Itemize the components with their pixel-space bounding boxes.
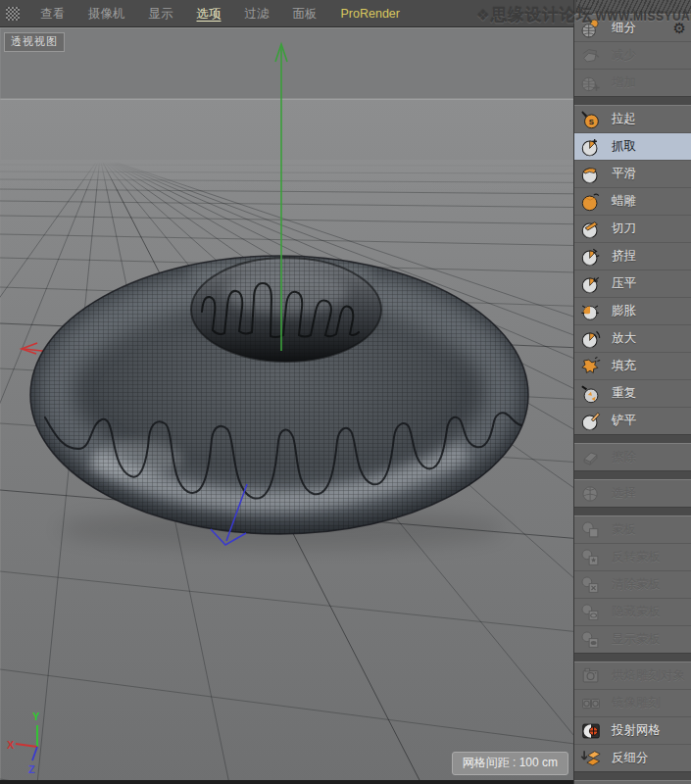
tool-label: 放大	[612, 330, 636, 347]
increase-icon	[579, 72, 603, 95]
svg-text:S: S	[589, 117, 594, 125]
horizon-line	[0, 99, 573, 101]
watermark: ❖ 思缘设计论坛 www.missyuan.com	[476, 5, 691, 26]
viewport-canvas[interactable]: Y X Z	[0, 0, 573, 784]
tool-label: 平滑	[612, 166, 636, 182]
menu-options[interactable]: 选项	[185, 0, 233, 27]
decrease-icon	[579, 44, 603, 68]
tool-knife[interactable]: 切刀	[574, 215, 691, 242]
tool-fill[interactable]: 填充	[574, 352, 691, 379]
tool-project-mesh[interactable]: 投射网格	[574, 716, 691, 744]
tool-group-erase: 擦除	[574, 443, 691, 471]
pull-icon: S	[579, 108, 603, 131]
bake-icon	[579, 664, 603, 688]
tool-unsubdivide[interactable]: 反细分	[574, 744, 691, 771]
tool-pinch[interactable]: 挤捏	[574, 242, 691, 270]
viewport-sky	[0, 27, 573, 100]
menu-grip-handle[interactable]	[6, 7, 20, 21]
axis-label-z: Z	[28, 763, 35, 775]
fill-icon	[579, 355, 603, 378]
hide-mask-icon	[579, 601, 603, 624]
tool-smooth[interactable]: 平滑	[574, 160, 691, 187]
tool-label: 镜像雕刻	[612, 695, 661, 711]
mirror-icon	[579, 692, 603, 715]
tool-label: 蜡雕	[612, 193, 636, 210]
invert-mask-icon	[579, 546, 603, 569]
flatten-icon	[579, 272, 603, 296]
wax-icon	[579, 190, 603, 214]
tool-label: 切刀	[612, 220, 636, 237]
tool-decrease: 减少	[574, 41, 691, 69]
tool-amplify[interactable]: 放大	[574, 324, 691, 352]
tool-repeat[interactable]: 重复	[574, 379, 691, 407]
tool-label: 蒙板	[612, 521, 636, 538]
viewport-column: Y X Z 查看 摄像机 显示 选项 过滤 面板 ProRender 透视视图 …	[0, 0, 573, 784]
tool-increase: 增加	[574, 69, 691, 96]
tool-hide-mask: 隐藏蒙板	[574, 598, 691, 625]
smooth-icon	[579, 163, 603, 186]
grab-icon	[579, 135, 603, 159]
cinema4d-sculpt-window: Y X Z 查看 摄像机 显示 选项 过滤 面板 ProRender 透视视图 …	[0, 0, 691, 784]
knife-icon	[579, 218, 603, 241]
tool-show-mask: 显示蒙板	[574, 625, 691, 653]
tool-group-select: 选择	[574, 479, 691, 508]
tool-bake: 烘焙雕刻对象	[574, 662, 691, 689]
select-icon	[579, 482, 603, 506]
menu-view[interactable]: 查看	[28, 0, 76, 27]
tool-group-utilities: 烘焙雕刻对象镜像雕刻投射网格反细分	[574, 662, 691, 772]
tool-label: 擦除	[612, 449, 636, 466]
inflate-icon	[579, 300, 603, 323]
watermark-site-url: www.missyuan.com	[595, 10, 691, 24]
tool-label: 投射网格	[612, 722, 661, 739]
grid-spacing-readout: 网格间距 : 100 cm	[452, 752, 568, 775]
menu-prorender[interactable]: ProRender	[329, 0, 412, 27]
tool-label: 抓取	[612, 138, 636, 155]
tool-label: 填充	[612, 358, 636, 374]
tool-group-clipped-bottom	[574, 780, 691, 784]
project-mesh-icon	[579, 719, 603, 743]
show-mask-icon	[579, 628, 603, 652]
tool-label: 膨胀	[612, 303, 636, 319]
axis-label-x: X	[7, 739, 15, 751]
tool-select: 选择	[574, 480, 691, 507]
tool-pull[interactable]: S拉起	[574, 106, 691, 132]
tool-label: 显示蒙板	[612, 631, 661, 648]
tool-flatten[interactable]: 压平	[574, 270, 691, 297]
tool-scrape[interactable]: 铲平	[574, 407, 691, 434]
tool-label: 选择	[612, 485, 636, 502]
tool-mask: 蒙板	[574, 516, 691, 543]
mask-icon	[579, 518, 603, 542]
tool-inflate[interactable]: 膨胀	[574, 297, 691, 324]
tool-invert-mask: 反转蒙板	[574, 543, 691, 570]
tool-label: 铲平	[612, 413, 636, 429]
watermark-logo-icon: ❖	[476, 7, 489, 24]
tool-label: 隐藏蒙板	[612, 604, 661, 620]
tool-label: 清除蒙板	[612, 576, 661, 593]
unsubdivide-icon	[579, 747, 603, 770]
erase-icon	[579, 446, 603, 469]
repeat-icon	[579, 382, 603, 406]
tool-mirror: 镜像雕刻	[574, 689, 691, 716]
amplify-icon	[579, 327, 603, 351]
donut-model[interactable]	[30, 255, 530, 536]
axis-label-y: Y	[32, 710, 40, 722]
tool-label: 烘焙雕刻对象	[612, 667, 685, 684]
menu-panel[interactable]: 面板	[281, 0, 329, 27]
tool-label: 增加	[612, 74, 636, 91]
tool-wax[interactable]: 蜡雕	[574, 187, 691, 215]
pinch-icon	[579, 245, 603, 269]
menu-display[interactable]: 显示	[137, 0, 185, 27]
tool-label: 反细分	[612, 750, 649, 766]
tool-erase: 擦除	[574, 444, 691, 470]
tool-group-mask: 蒙板反转蒙板清除蒙板隐藏蒙板显示蒙板	[574, 515, 691, 654]
menu-filter[interactable]: 过滤	[233, 0, 281, 27]
tool-label: 重复	[612, 385, 636, 402]
tool-label: 拉起	[612, 111, 636, 127]
menu-camera[interactable]: 摄像机	[76, 0, 137, 27]
view-name-label[interactable]: 透视视图	[4, 32, 65, 52]
tool-grab[interactable]: 抓取	[574, 132, 691, 160]
clear-mask-icon	[579, 573, 603, 597]
watermark-site-name: 思缘设计论坛	[490, 5, 593, 26]
tool-label: 挤捏	[612, 248, 636, 265]
tool-group-brushes: S拉起抓取平滑蜡雕切刀挤捏压平膨胀放大填充重复铲平	[574, 105, 691, 435]
